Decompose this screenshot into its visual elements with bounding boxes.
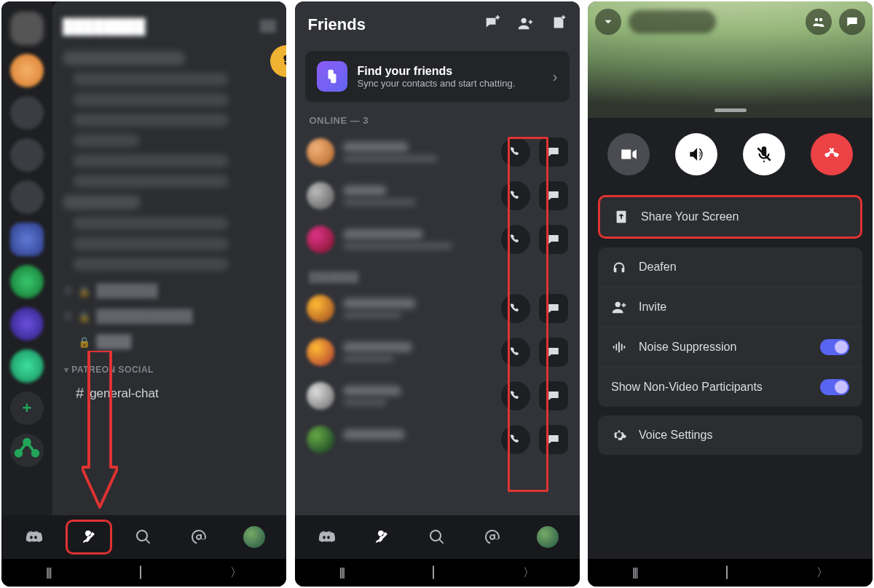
nav-mentions[interactable]	[177, 521, 221, 553]
deafen-row[interactable]: Deafen	[598, 247, 862, 287]
friend-row[interactable]	[295, 418, 580, 461]
pinned-badge[interactable]	[270, 45, 286, 77]
android-recents[interactable]: |||	[46, 566, 50, 579]
hangup-button[interactable]	[811, 133, 853, 175]
channel-blur[interactable]	[73, 134, 140, 147]
sheet-handle[interactable]	[714, 108, 747, 112]
audio-output-button[interactable]	[675, 133, 717, 175]
show-non-video-row[interactable]: Show Non-Video Participants	[598, 367, 862, 407]
android-home[interactable]	[433, 566, 434, 579]
nav-home[interactable]	[304, 521, 348, 553]
noise-suppression-toggle[interactable]	[820, 339, 849, 355]
server-item[interactable]	[10, 180, 44, 214]
android-home[interactable]	[726, 566, 728, 579]
server-item[interactable]	[10, 54, 44, 87]
find-friends-title: Find your friends	[358, 65, 543, 78]
channel-locked[interactable]: #🔒███████████	[58, 303, 280, 329]
server-item[interactable]	[10, 349, 44, 383]
call-button[interactable]	[501, 138, 530, 167]
android-back[interactable]: 〈	[523, 565, 535, 581]
avatar	[307, 338, 334, 366]
android-back[interactable]: 〈	[230, 565, 242, 581]
android-home[interactable]	[140, 566, 141, 579]
add-server-button[interactable]: +	[10, 392, 44, 425]
call-button[interactable]	[501, 425, 530, 454]
server-item[interactable]	[10, 265, 44, 298]
call-button[interactable]	[501, 181, 530, 210]
friends-title: Friends	[308, 15, 366, 34]
nav-search[interactable]	[415, 521, 459, 553]
noise-suppression-row[interactable]: Noise Suppression	[598, 327, 862, 367]
category-patreon-social[interactable]: ▾ PATREON SOCIAL	[64, 365, 280, 375]
server-dm-home[interactable]	[10, 12, 44, 45]
minimize-call-button[interactable]	[595, 9, 621, 35]
friend-row[interactable]	[295, 130, 580, 174]
call-button[interactable]	[501, 338, 530, 367]
server-item[interactable]	[10, 307, 44, 341]
nav-friends[interactable]	[67, 521, 111, 553]
channel-blur[interactable]	[73, 258, 229, 271]
message-button[interactable]	[539, 225, 568, 254]
call-button[interactable]	[501, 381, 530, 410]
nav-mentions[interactable]	[471, 521, 514, 553]
nav-search[interactable]	[122, 521, 165, 553]
discover-button[interactable]	[10, 434, 44, 467]
add-person-icon	[611, 299, 627, 315]
android-back[interactable]: 〈	[816, 565, 828, 581]
message-button[interactable]	[539, 425, 568, 454]
nav-profile[interactable]	[232, 521, 276, 553]
channel-blur[interactable]	[73, 93, 229, 106]
menu-icon[interactable]	[260, 25, 276, 27]
avatar	[307, 382, 334, 410]
deafen-label: Deafen	[639, 261, 849, 274]
server-item[interactable]	[10, 96, 44, 130]
mute-button[interactable]	[743, 133, 785, 175]
add-friend-icon[interactable]	[517, 15, 533, 34]
channel-general-chat[interactable]: # general-chat	[58, 381, 280, 406]
friend-row[interactable]	[295, 287, 580, 330]
message-button[interactable]	[539, 294, 568, 323]
server-item[interactable]	[10, 138, 44, 172]
channel-blur[interactable]	[73, 154, 229, 167]
chat-button[interactable]	[839, 9, 865, 35]
voice-settings-row[interactable]: Voice Settings	[598, 416, 862, 455]
hash-icon: #	[64, 308, 72, 325]
nav-home[interactable]	[12, 521, 55, 553]
android-recents[interactable]: |||	[632, 566, 637, 579]
friend-row[interactable]	[295, 330, 580, 374]
show-non-video-toggle[interactable]	[820, 379, 849, 395]
friend-row[interactable]	[295, 374, 580, 418]
hash-icon: #	[64, 282, 72, 299]
channel-blur[interactable]	[73, 217, 229, 230]
server-item[interactable]	[10, 223, 44, 256]
message-button[interactable]	[539, 138, 568, 167]
message-button[interactable]	[539, 338, 568, 367]
android-recents[interactable]: |||	[339, 566, 344, 579]
share-screen-row[interactable]: Share Your Screen	[598, 195, 862, 239]
channel-locked[interactable]: #🔒████	[58, 329, 280, 354]
toggle-camera-button[interactable]	[607, 133, 650, 175]
nav-friends[interactable]	[360, 521, 403, 553]
find-friends-card[interactable]: Find your friends Sync your contacts and…	[305, 51, 570, 102]
friend-row[interactable]	[295, 218, 580, 261]
call-button[interactable]	[501, 294, 530, 323]
friend-row[interactable]	[295, 174, 580, 218]
channel-blur[interactable]	[73, 114, 229, 127]
android-nav-bar: ||| 〈	[588, 559, 873, 587]
channel-list: ████████ #🔒███████ #🔒███████████	[52, 1, 286, 515]
channel-blur[interactable]	[73, 73, 229, 86]
channel-locked[interactable]: #🔒███████	[58, 278, 280, 303]
new-group-icon[interactable]	[551, 15, 567, 34]
category-blur	[63, 51, 185, 65]
new-message-icon[interactable]	[484, 15, 500, 34]
nav-profile[interactable]	[526, 521, 570, 553]
invite-row[interactable]: Invite	[598, 287, 862, 327]
participants-button[interactable]	[806, 9, 832, 35]
channel-blur[interactable]	[73, 175, 229, 188]
channel-blur[interactable]	[73, 237, 229, 250]
android-nav-bar: ||| 〈	[1, 559, 286, 587]
call-button[interactable]	[501, 225, 530, 254]
message-button[interactable]	[539, 181, 568, 210]
call-title	[629, 10, 716, 33]
message-button[interactable]	[539, 381, 568, 410]
